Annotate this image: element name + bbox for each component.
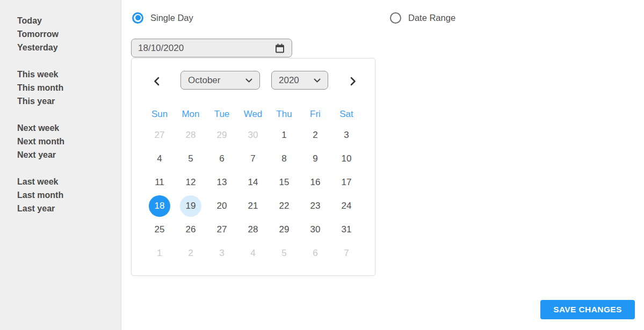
sidebar-item-last-week[interactable]: Last week — [17, 175, 121, 188]
calendar-day: 7 — [331, 241, 362, 265]
sidebar: Today Tomorrow Yesterday This week This … — [0, 0, 121, 330]
radio-selected-icon — [132, 12, 143, 24]
day-of-week-header: Tue — [206, 105, 237, 123]
calendar-day[interactable]: 25 — [144, 218, 175, 241]
calendar-day[interactable]: 13 — [206, 171, 237, 194]
calendar-day: 28 — [175, 123, 206, 147]
calendar-day[interactable]: 31 — [331, 218, 362, 241]
calendar-day[interactable]: 26 — [175, 218, 206, 241]
calendar-day[interactable]: 4 — [144, 147, 175, 171]
sidebar-item-tomorrow[interactable]: Tomorrow — [17, 27, 121, 41]
sidebar-item-this-week[interactable]: This week — [17, 68, 121, 81]
chevron-down-icon — [314, 78, 321, 83]
calendar-day: 2 — [175, 241, 206, 265]
calendar-day[interactable]: 11 — [144, 171, 175, 194]
calendar-grid: SunMonTueWedThuFriSat2728293012345678910… — [144, 105, 362, 265]
sidebar-item-next-year[interactable]: Next year — [17, 148, 121, 162]
sidebar-group-relative-day: Today Tomorrow Yesterday — [17, 14, 121, 54]
chevron-down-icon — [245, 78, 252, 83]
month-select-value: October — [188, 75, 220, 86]
date-value: 18/10/2020 — [138, 43, 184, 54]
calendar-day: 29 — [206, 123, 237, 147]
radio-unselected-icon — [390, 12, 401, 24]
calendar-day[interactable]: 15 — [269, 171, 300, 194]
single-day-radio[interactable]: Single Day — [132, 12, 193, 24]
calendar-day[interactable]: 9 — [300, 147, 331, 171]
calendar-day[interactable]: 14 — [237, 171, 269, 194]
date-range-radio[interactable]: Date Range — [390, 12, 455, 24]
chevron-right-icon[interactable] — [346, 74, 360, 88]
calendar-day[interactable]: 3 — [331, 123, 362, 147]
calendar-day: 30 — [237, 123, 269, 147]
calendar-day[interactable]: 21 — [237, 194, 269, 218]
date-range-label: Date Range — [408, 13, 455, 23]
calendar-day[interactable]: 5 — [175, 147, 206, 171]
calendar-day: 6 — [300, 241, 331, 265]
calendar-day[interactable]: 27 — [206, 218, 237, 241]
day-of-week-header: Sun — [144, 105, 175, 123]
calendar-day[interactable]: 7 — [237, 147, 269, 171]
calendar-day[interactable]: 17 — [331, 171, 362, 194]
sidebar-group-next: Next week Next month Next year — [17, 121, 121, 162]
day-of-week-header: Thu — [269, 105, 300, 123]
sidebar-item-yesterday[interactable]: Yesterday — [17, 41, 121, 54]
calendar-day[interactable]: 30 — [300, 218, 331, 241]
year-select[interactable]: 2020 — [271, 71, 328, 90]
sidebar-item-this-month[interactable]: This month — [17, 81, 121, 94]
single-day-label: Single Day — [150, 13, 193, 23]
calendar-day[interactable]: 19 — [175, 194, 206, 218]
sidebar-item-next-month[interactable]: Next month — [17, 135, 121, 148]
calendar-day[interactable]: 12 — [175, 171, 206, 194]
year-select-value: 2020 — [279, 75, 299, 86]
sidebar-item-this-year[interactable]: This year — [17, 94, 121, 108]
calendar-icon[interactable] — [274, 43, 285, 54]
calendar-popup: October 2020 SunMonTueWedThuFriSat272829… — [131, 58, 375, 276]
calendar-day[interactable]: 16 — [300, 171, 331, 194]
calendar-day[interactable]: 24 — [331, 194, 362, 218]
sidebar-item-next-week[interactable]: Next week — [17, 121, 121, 135]
date-filter-panel: Today Tomorrow Yesterday This week This … — [0, 0, 644, 330]
day-of-week-header: Sat — [331, 105, 362, 123]
calendar-day: 27 — [144, 123, 175, 147]
calendar-day[interactable]: 6 — [206, 147, 237, 171]
calendar-day: 1 — [144, 241, 175, 265]
chevron-left-icon[interactable] — [149, 74, 163, 88]
calendar-day[interactable]: 29 — [269, 218, 300, 241]
save-changes-button[interactable]: SAVE CHANGES — [540, 300, 635, 319]
day-of-week-header: Wed — [237, 105, 269, 123]
calendar-day[interactable]: 22 — [269, 194, 300, 218]
calendar-day: 3 — [206, 241, 237, 265]
calendar-day[interactable]: 1 — [269, 123, 300, 147]
calendar-day[interactable]: 23 — [300, 194, 331, 218]
calendar-day: 5 — [269, 241, 300, 265]
sidebar-item-last-month[interactable]: Last month — [17, 188, 121, 202]
calendar-day[interactable]: 2 — [300, 123, 331, 147]
calendar-day[interactable]: 20 — [206, 194, 237, 218]
day-of-week-header: Fri — [300, 105, 331, 123]
day-of-week-header: Mon — [175, 105, 206, 123]
date-input[interactable]: 18/10/2020 — [131, 39, 292, 57]
calendar-day[interactable]: 8 — [269, 147, 300, 171]
sidebar-group-last: Last week Last month Last year — [17, 175, 121, 215]
calendar-day: 4 — [237, 241, 269, 265]
month-select[interactable]: October — [180, 71, 260, 90]
calendar-day[interactable]: 28 — [237, 218, 269, 241]
sidebar-item-today[interactable]: Today — [17, 14, 121, 27]
calendar-day[interactable]: 18 — [144, 194, 175, 218]
sidebar-item-last-year[interactable]: Last year — [17, 202, 121, 215]
calendar-day[interactable]: 10 — [331, 147, 362, 171]
sidebar-group-this: This week This month This year — [17, 68, 121, 108]
